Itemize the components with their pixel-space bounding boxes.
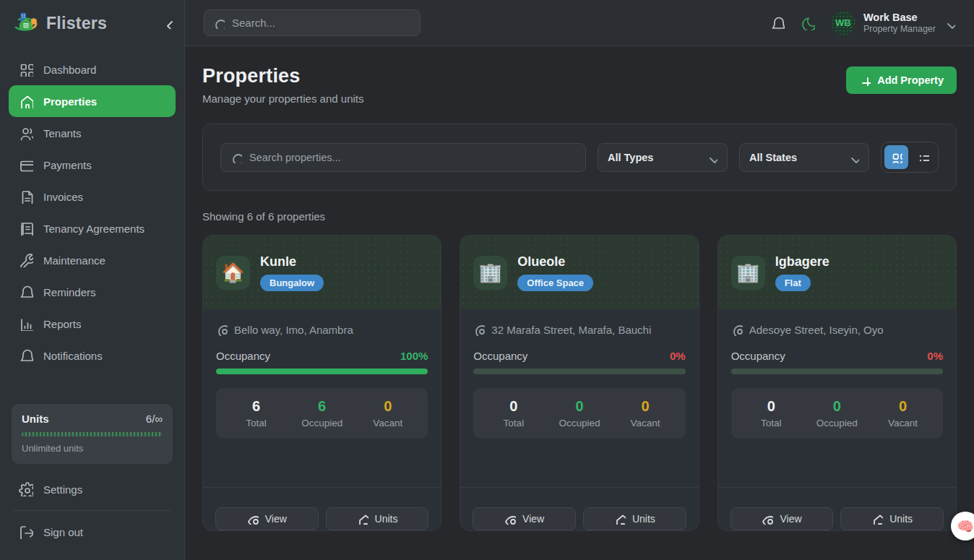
unit-stats: 0Total 0Occupied 0Vacant (731, 388, 943, 439)
plus-icon (859, 74, 871, 86)
global-search-input[interactable] (232, 17, 411, 29)
global-search[interactable] (204, 9, 421, 36)
map-pin-icon (731, 324, 743, 336)
sidebar-item-notifications[interactable]: Notifications (9, 340, 176, 371)
vacant-units-value: 0 (355, 398, 421, 415)
sidebar-item-signout[interactable]: Sign out (12, 517, 173, 547)
user-menu[interactable]: WB Work Base Property Manager (831, 11, 955, 35)
sidebar-item-reports[interactable]: Reports (9, 308, 176, 340)
occupancy-label: Occupancy (216, 350, 270, 362)
view-button-label: View (522, 513, 544, 525)
type-filter-value: All Types (608, 152, 653, 163)
sidebar-item-label: Dashboard (43, 64, 96, 76)
credit-card-icon (19, 158, 33, 172)
users-icon (19, 126, 33, 140)
chevron-down-icon (848, 152, 859, 163)
sidebar-item-label: Reminders (43, 286, 96, 298)
property-emoji-icon: 🏠 (216, 256, 250, 290)
property-search[interactable] (220, 143, 586, 172)
sidebar-item-payments[interactable]: Payments (9, 149, 176, 181)
view-button-label: View (780, 513, 801, 525)
eye-icon (247, 513, 259, 525)
sidebar-item-tenants[interactable]: Tenants (9, 117, 176, 149)
property-card-igbagere: 🏢 Igbagere Flat Adesoye Street, Iseyin, … (717, 235, 957, 531)
sidebar-item-label: Invoices (43, 191, 83, 203)
property-title: Olueole (517, 254, 593, 270)
home-icon (19, 94, 33, 108)
unit-stats: 6Total 6Occupied 0Vacant (216, 388, 428, 439)
dark-mode-moon-button[interactable] (801, 16, 815, 30)
sidebar-collapse-button[interactable] (161, 17, 173, 29)
sidebar-item-dashboard[interactable]: Dashboard (9, 53, 176, 85)
page-header: Properties Manage your properties and un… (202, 65, 957, 105)
search-icon (213, 17, 225, 29)
occupied-units-label: Occupied (546, 418, 612, 428)
ai-assistant-brain-button[interactable]: 🧠 (951, 512, 974, 540)
units-property-button[interactable]: Units (326, 507, 429, 530)
occupied-units-label: Occupied (289, 418, 355, 428)
unit-stats: 0Total 0Occupied 0Vacant (473, 388, 685, 439)
grid-view-button[interactable] (884, 145, 908, 169)
view-mode-toggle (881, 142, 939, 173)
sidebar-item-tenancy-agreements[interactable]: Tenancy Agreements (9, 212, 176, 244)
property-title: Kunle (260, 254, 324, 270)
filters-bar: All Types All States (202, 124, 957, 191)
view-button-label: View (265, 513, 287, 525)
property-type-badge: Bungalow (260, 275, 324, 291)
occupancy-label: Occupancy (473, 350, 527, 362)
eye-icon (504, 513, 516, 525)
sidebar-nav: Dashboard Properties Tenants Payments In… (0, 46, 184, 371)
properties-grid: 🏠 Kunle Bungalow Bello way, Imo, Anambra… (202, 235, 957, 531)
brand-name: Flisters (46, 14, 107, 33)
property-address: Bello way, Imo, Anambra (234, 324, 353, 336)
add-property-button[interactable]: Add Property (846, 66, 957, 94)
property-address: 32 Marafa Street, Marafa, Bauchi (491, 324, 651, 336)
list-view-button[interactable] (911, 145, 935, 169)
file-text-icon (19, 189, 33, 204)
occupied-units-value: 6 (289, 398, 355, 415)
vacant-units-label: Vacant (355, 418, 421, 428)
bar-chart-icon (19, 316, 33, 331)
type-filter-select[interactable]: All Types (598, 143, 728, 172)
state-filter-select[interactable]: All States (739, 143, 869, 172)
bell-icon (19, 348, 33, 363)
sidebar-item-label: Payments (43, 159, 92, 171)
chevron-down-icon (944, 17, 955, 29)
occupied-units-value: 0 (546, 398, 612, 415)
sidebar-item-invoices[interactable]: Invoices (9, 181, 176, 212)
sidebar-item-maintenance[interactable]: Maintenance (9, 244, 176, 276)
occupancy-percent: 100% (400, 350, 428, 362)
property-address: Adesoye Street, Iseyin, Oyo (749, 324, 884, 336)
property-emoji-icon: 🏢 (731, 256, 765, 290)
property-card-footer: View Units (460, 487, 698, 530)
occupied-units-label: Occupied (804, 418, 870, 428)
units-button-label: Units (889, 513, 913, 525)
sidebar-item-label: Notifications (43, 350, 103, 362)
topbar: WB Work Base Property Manager (185, 0, 974, 46)
view-property-button[interactable]: View (473, 507, 576, 530)
units-property-button[interactable]: Units (583, 507, 686, 530)
view-property-button[interactable]: View (730, 507, 834, 530)
sidebar-item-properties[interactable]: Properties (9, 85, 176, 117)
sidebar-item-label: Reports (43, 318, 82, 330)
map-pin-icon (216, 324, 228, 336)
notifications-bell-button[interactable] (770, 16, 785, 30)
property-type-badge: Flat (775, 275, 811, 291)
brand-header: Flisters (0, 0, 184, 46)
total-units-label: Total (738, 418, 804, 428)
occupancy-bar (473, 369, 685, 374)
units-button-label: Units (632, 513, 655, 525)
main-area: WB Work Base Property Manager Properties… (185, 0, 974, 560)
sidebar-item-reminders[interactable]: Reminders (9, 276, 176, 308)
property-card-footer: View Units (718, 487, 956, 530)
gear-icon (19, 482, 33, 496)
vacant-units-label: Vacant (613, 418, 678, 428)
occupancy-bar-fill (216, 369, 428, 374)
page-title: Properties (202, 65, 363, 87)
property-search-input[interactable] (249, 152, 576, 163)
units-property-button[interactable]: Units (840, 507, 944, 530)
view-property-button[interactable]: View (215, 507, 319, 530)
wrench-icon (19, 253, 33, 267)
sidebar-item-settings[interactable]: Settings (12, 474, 173, 504)
user-name: Work Base (863, 11, 936, 24)
